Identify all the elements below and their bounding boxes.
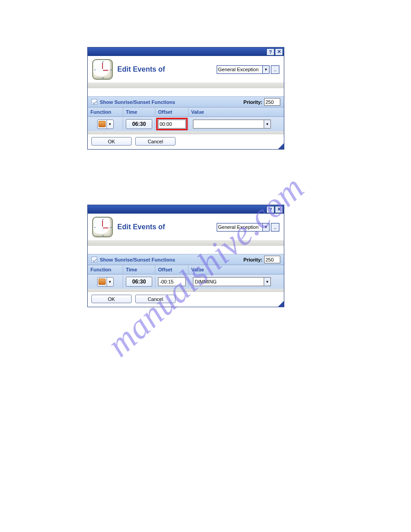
sunrise-sunset-row: Show Sunrise/Sunset Functions Priority: xyxy=(88,96,284,107)
titlebar: ? ✕ xyxy=(88,205,284,214)
ok-button[interactable]: OK xyxy=(91,295,132,303)
divider xyxy=(88,289,284,292)
help-button[interactable]: ? xyxy=(266,48,274,56)
col-time: Time xyxy=(123,107,155,116)
col-offset: Offset xyxy=(155,107,188,116)
dialog-header: Edit Events of General Exception ▼ .. xyxy=(88,56,284,82)
function-dropdown[interactable]: ▼ xyxy=(97,277,114,287)
clock-icon xyxy=(92,59,113,80)
offset-input[interactable] xyxy=(158,277,186,286)
chevron-down-icon: ▼ xyxy=(107,120,113,129)
time-cell[interactable]: 06:30 xyxy=(126,119,152,129)
dialog-footer: OK Cancel xyxy=(88,134,284,149)
col-value: Value xyxy=(188,265,284,274)
browse-button[interactable]: .. xyxy=(271,65,279,74)
clock-icon xyxy=(92,217,113,237)
divider xyxy=(88,240,284,246)
show-sunrise-checkbox[interactable] xyxy=(91,257,97,262)
function-dropdown[interactable]: ▼ xyxy=(97,120,114,129)
priority-input[interactable] xyxy=(264,256,280,263)
col-time: Time xyxy=(123,265,155,274)
edit-events-dialog: ? ✕ Edit Events of General Exception ▼ .… xyxy=(87,205,284,307)
col-value: Value xyxy=(188,107,284,116)
exception-value: General Exception xyxy=(218,224,259,230)
help-button[interactable]: ? xyxy=(266,206,274,213)
ok-button[interactable]: OK xyxy=(91,137,132,146)
sunrise-sunset-row: Show Sunrise/Sunset Functions Priority: xyxy=(88,254,284,265)
priority-label: Priority: xyxy=(244,257,262,262)
show-sunrise-label: Show Sunrise/Sunset Functions xyxy=(100,257,175,262)
priority-input[interactable] xyxy=(264,98,280,106)
col-offset: Offset xyxy=(155,265,188,274)
table-header: Function Time Offset Value xyxy=(88,265,284,275)
priority-label: Priority: xyxy=(244,99,262,105)
browse-button[interactable]: .. xyxy=(271,223,279,232)
edit-events-dialog: ? ✕ Edit Events of General Exception ▼ .… xyxy=(87,47,284,150)
chevron-down-icon: ▼ xyxy=(107,278,113,286)
divider xyxy=(88,82,284,88)
chevron-down-icon: ▼ xyxy=(262,223,269,231)
dialog-title: Edit Events of xyxy=(117,65,165,73)
dialog-footer: OK Cancel xyxy=(88,292,284,307)
time-cell[interactable]: 06:30 xyxy=(126,277,152,287)
chevron-down-icon: ▼ xyxy=(264,120,270,128)
cancel-button[interactable]: Cancel xyxy=(135,137,176,146)
divider xyxy=(88,131,284,134)
table-header: Function Time Offset Value xyxy=(88,107,284,117)
cancel-button[interactable]: Cancel xyxy=(135,295,176,303)
chevron-down-icon: ▼ xyxy=(264,278,270,286)
show-sunrise-label: Show Sunrise/Sunset Functions xyxy=(100,99,175,105)
offset-input[interactable] xyxy=(158,120,186,129)
table-row: ▼ 06:30 ▼ xyxy=(88,117,284,131)
sunrise-icon xyxy=(98,121,106,127)
value-text: DIMMING xyxy=(195,279,217,284)
titlebar: ? ✕ xyxy=(88,47,284,56)
dialog-header: Edit Events of General Exception ▼ .. xyxy=(88,214,284,240)
show-sunrise-checkbox[interactable] xyxy=(91,99,97,105)
table-row: ▼ 06:30 DIMMING ▼ xyxy=(88,275,284,289)
value-select[interactable]: DIMMING ▼ xyxy=(193,277,271,286)
close-button[interactable]: ✕ xyxy=(275,206,283,213)
exception-select[interactable]: General Exception ▼ xyxy=(217,223,270,232)
offset-cell xyxy=(158,277,186,286)
col-function: Function xyxy=(88,265,123,274)
col-function: Function xyxy=(88,107,123,116)
value-select[interactable]: ▼ xyxy=(193,120,271,129)
offset-highlight xyxy=(156,118,188,130)
exception-value: General Exception xyxy=(218,67,259,72)
exception-select[interactable]: General Exception ▼ xyxy=(217,65,270,74)
dialog-title: Edit Events of xyxy=(117,223,165,231)
close-button[interactable]: ✕ xyxy=(275,48,283,56)
chevron-down-icon: ▼ xyxy=(262,66,269,73)
sunrise-icon xyxy=(98,279,106,285)
